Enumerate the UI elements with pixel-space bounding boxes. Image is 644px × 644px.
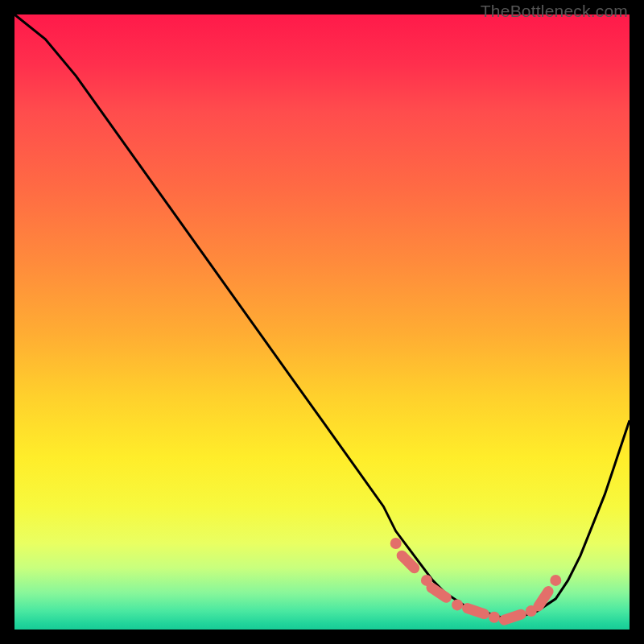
marker-dot [390, 538, 402, 549]
curve-svg [14, 14, 630, 630]
chart-container: TheBottleneck.com [0, 0, 644, 644]
marker-capsule [402, 555, 415, 568]
bottleneck-curve [14, 14, 630, 617]
highlight-markers [390, 538, 562, 623]
watermark-text: TheBottleneck.com [481, 2, 628, 21]
marker-capsule [431, 588, 446, 597]
marker-dot [489, 612, 500, 623]
marker-capsule [504, 614, 521, 620]
plot-area [14, 14, 630, 630]
marker-dot [452, 599, 463, 610]
marker-capsule [468, 609, 485, 614]
curve-path [14, 14, 630, 617]
marker-dot [550, 575, 561, 586]
